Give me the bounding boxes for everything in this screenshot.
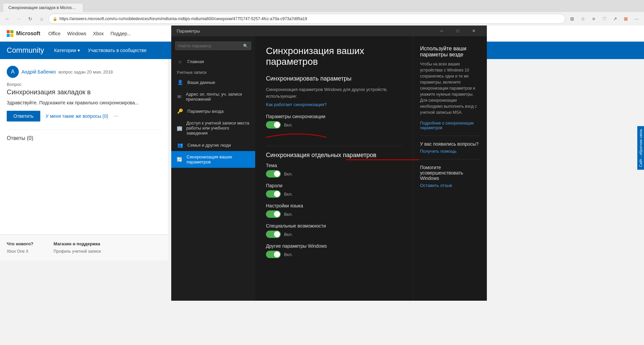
toggle-thumb xyxy=(274,191,280,197)
footer-col2-item[interactable]: Профиль учетной записи xyxy=(54,249,101,254)
reply-button[interactable]: Ответить xyxy=(7,111,40,121)
passwords-toggle[interactable] xyxy=(266,190,281,198)
home-icon: ⌂ xyxy=(177,59,183,64)
footer-col1-item[interactable]: Xbox One X xyxy=(7,249,34,254)
other-toggle[interactable] xyxy=(266,251,281,258)
sync-how-link[interactable]: Как работает синхронизация? xyxy=(266,102,402,107)
titlebar-controls: ─ □ ✕ xyxy=(434,26,481,36)
toggle-thumb xyxy=(274,211,280,217)
same-question-button[interactable]: У меня такие же вопросы (0) xyxy=(46,113,108,119)
browser-chrome: Синхронизация закладок в Microsoft Edge … xyxy=(0,0,644,26)
topnav-xbox[interactable]: Xbox xyxy=(93,31,104,36)
settings-content: Синхронизация ваших параметров Синхрониз… xyxy=(255,36,413,301)
language-toggle[interactable] xyxy=(266,210,281,218)
minimize-button[interactable]: ─ xyxy=(434,26,449,36)
settings-nav-sync[interactable]: 🔄 Синхронизация ваших параметров xyxy=(171,151,255,168)
forward-button[interactable]: → xyxy=(14,14,24,23)
user-avatar: А xyxy=(7,66,19,78)
building-icon: 🏢 xyxy=(177,126,182,131)
toggle-thumb xyxy=(274,231,280,237)
footer-col-new: Что нового? Xbox One X xyxy=(7,241,34,254)
more-icon[interactable]: ··· xyxy=(632,14,641,23)
community-title[interactable]: Community xyxy=(7,46,44,55)
reload-button[interactable]: ↻ xyxy=(26,14,35,23)
settings-panel: Параметры ─ □ ✕ 🔍 ⌂ Главная xyxy=(171,26,487,301)
language-toggle-container: Вкл. xyxy=(266,210,402,218)
info-section-title: Используйте ваши параметры везде xyxy=(420,46,480,58)
other-status: Вкл. xyxy=(284,252,293,257)
share-icon[interactable]: ↗ xyxy=(610,14,620,23)
feedback-tab[interactable]: Сайт - обратная связь xyxy=(637,126,644,170)
email-icon: ✉ xyxy=(177,94,182,99)
question-actions: Ответить У меня такие же вопросы (0) ··· xyxy=(7,111,161,121)
categories-nav[interactable]: Категории xyxy=(54,48,80,53)
participate-nav[interactable]: Участвовать в сообществе xyxy=(88,48,147,53)
browser-tab[interactable]: Синхронизация закладок в Microsoft Edge … xyxy=(3,3,83,12)
passwords-toggle-label: Пароли xyxy=(266,183,402,188)
accounts-section-header: Учетные записи xyxy=(171,67,255,76)
website: Microsoft Office Windows Xbox Поддер... … xyxy=(0,26,644,260)
topnav-support[interactable]: Поддер... xyxy=(110,31,131,36)
feedback-link[interactable]: Оставить отзыв xyxy=(420,183,480,188)
nav-login-label: Параметры входа xyxy=(187,109,224,114)
settings-search-input[interactable] xyxy=(178,43,241,48)
browser-action-icons: ⊞ ☆ ≡ ♡ ↗ ⊠ ··· xyxy=(567,14,641,23)
passwords-status: Вкл. xyxy=(284,192,293,197)
accessibility-toggle[interactable] xyxy=(266,231,281,238)
main-content: А Андрій Бабенко вопрос задан 20 мая, 20… xyxy=(0,59,168,260)
office-icon[interactable]: ⊠ xyxy=(621,14,631,23)
theme-status: Вкл. xyxy=(284,171,293,177)
main-sync-toggle-container: Вкл. xyxy=(266,121,402,129)
extensions-icon[interactable]: ⊞ xyxy=(567,14,577,23)
favorites-icon[interactable]: ☆ xyxy=(578,14,588,23)
settings-nav-workplace[interactable]: 🏢 Доступ к учетной записи места работы и… xyxy=(171,117,255,139)
topnav-links: Office Windows Xbox Поддер... xyxy=(48,31,131,36)
toggle-row-language: Настройки языка Вкл. xyxy=(266,203,402,218)
toggle-thumb xyxy=(274,171,280,177)
user-info: А Андрій Бабенко вопрос задан 20 мая, 20… xyxy=(7,66,161,78)
answers-section: Ответы (0) xyxy=(7,130,161,141)
settings-divider xyxy=(266,146,402,146)
main-sync-toggle[interactable] xyxy=(266,121,281,129)
user-name[interactable]: Андрій Бабенко xyxy=(21,69,56,75)
accessibility-status: Вкл. xyxy=(284,232,293,237)
settings-nav-email[interactable]: ✉ Адрес эл. почты; уч. записи приложений xyxy=(171,88,255,105)
settings-nav-family[interactable]: 👥 Семья и другие люди xyxy=(171,139,255,151)
footer-col1-title: Что нового? xyxy=(7,241,34,246)
main-sync-toggle-row: Параметры синхронизации Вкл. xyxy=(266,114,402,129)
info-divider xyxy=(420,136,480,136)
footer-col-store: Магазин и поддержка Профиль учетной запи… xyxy=(54,241,101,254)
logo-cell-blue xyxy=(7,34,10,37)
close-button[interactable]: ✕ xyxy=(466,26,481,36)
settings-search-bar[interactable]: 🔍 xyxy=(175,42,251,50)
maximize-button[interactable]: □ xyxy=(450,26,465,36)
topnav-windows[interactable]: Windows xyxy=(67,31,86,36)
back-button[interactable]: ← xyxy=(3,14,12,23)
settings-nav-your-data[interactable]: 👤 Ваши данные xyxy=(171,76,255,88)
settings-sidebar: 🔍 ⌂ Главная Учетные записи 👤 Ваши данные… xyxy=(171,36,255,301)
microsoft-logo[interactable]: Microsoft xyxy=(7,30,40,37)
info-detail-link[interactable]: Подробнее о синхронизации параметров xyxy=(420,121,480,130)
answers-title: Ответы (0) xyxy=(7,135,33,141)
home-label: Главная xyxy=(187,59,204,64)
nav-family-label: Семья и другие люди xyxy=(187,143,231,148)
accessibility-toggle-label: Специальные возможности xyxy=(266,223,402,229)
person-icon: 👤 xyxy=(177,80,183,85)
help-link[interactable]: Получить помощь xyxy=(420,149,480,154)
main-sync-toggle-label: Параметры синхронизации xyxy=(266,114,402,119)
favorites-hub-icon[interactable]: ♡ xyxy=(600,14,609,23)
browser-tab-bar: Синхронизация закладок в Microsoft Edge … xyxy=(0,0,644,12)
theme-toggle-label: Тема xyxy=(266,163,402,168)
sync-description: Синхронизация параметров Windows для дру… xyxy=(266,86,402,99)
topnav-office[interactable]: Office xyxy=(48,31,60,36)
home-button[interactable]: ⌂ xyxy=(37,14,46,23)
more-actions[interactable]: ··· xyxy=(113,113,118,119)
theme-toggle[interactable] xyxy=(266,170,281,178)
settings-home-nav[interactable]: ⌂ Главная xyxy=(171,55,255,67)
user-meta: вопрос задан 20 мая, 2018 xyxy=(58,69,113,75)
reading-view-icon[interactable]: ≡ xyxy=(589,14,598,23)
address-bar[interactable]: 🔒 https://answers.microsoft.com/ru-ru/mo… xyxy=(48,14,565,24)
settings-nav-login[interactable]: 🔑 Параметры входа xyxy=(171,105,255,117)
question-title: Синхронизация закладок в xyxy=(7,88,161,96)
settings-page-title: Синхронизация ваших параметров xyxy=(266,46,402,67)
